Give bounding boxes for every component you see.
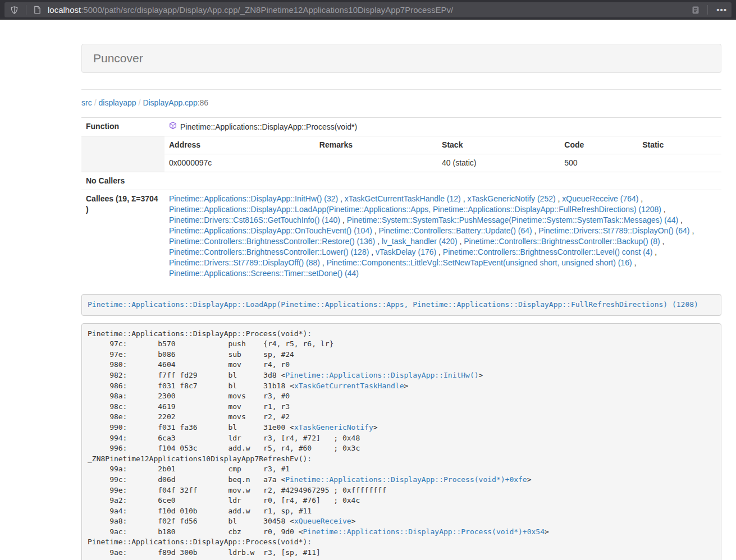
callee-link[interactable]: Pinetime::Controllers::BrightnessControl… bbox=[443, 247, 652, 256]
breadcrumb-link-displayapp[interactable]: displayapp bbox=[99, 98, 136, 107]
function-label: Function bbox=[81, 118, 164, 136]
url-path: :5000/path/src/displayapp/DisplayApp.cpp… bbox=[81, 5, 453, 15]
function-row: Function Pinetime::Applications::Display… bbox=[81, 118, 721, 136]
metrics-data-row: 0x0000097c 40 (static) 500 bbox=[164, 154, 721, 172]
no-callers-row: No Callers bbox=[81, 172, 721, 190]
callee-link[interactable]: vTaskDelay (176) bbox=[376, 247, 436, 256]
callees-list: Pinetime::Applications::DisplayApp::Init… bbox=[164, 190, 721, 283]
column-header-address: Address bbox=[164, 136, 315, 154]
code-symbol-link[interactable]: Pinetime::Applications::DisplayApp::Init… bbox=[285, 371, 478, 379]
package-icon bbox=[169, 121, 177, 132]
callee-link[interactable]: Pinetime::Applications::DisplayApp::OnTo… bbox=[169, 226, 372, 235]
browser-toolbar: localhost:5000/path/src/displayapp/Displ… bbox=[0, 0, 736, 20]
callee-link[interactable]: Pinetime::Applications::DisplayApp::Init… bbox=[169, 194, 338, 203]
stack-value: 40 (static) bbox=[437, 154, 560, 172]
code-symbol-link[interactable]: xTaskGenericNotify bbox=[294, 423, 373, 432]
url-host: localhost bbox=[48, 5, 81, 15]
no-callers-label: No Callers bbox=[81, 172, 164, 190]
metrics-row-spacer bbox=[81, 136, 164, 172]
callee-link[interactable]: Pinetime::Controllers::Battery::Update()… bbox=[379, 226, 532, 235]
callee-link[interactable]: Pinetime::Drivers::St7789::DisplayOff() … bbox=[169, 258, 320, 267]
divider bbox=[26, 5, 26, 15]
code-symbol-link[interactable]: xTaskGetCurrentTaskHandle bbox=[294, 382, 404, 390]
column-header-remarks: Remarks bbox=[315, 136, 437, 154]
metrics-table: Address Remarks Stack Code Static 0x0000… bbox=[164, 136, 721, 172]
code-value: 500 bbox=[560, 154, 638, 172]
callee-link[interactable]: Pinetime::Applications::DisplayApp::Load… bbox=[169, 205, 661, 214]
url-text[interactable]: localhost:5000/path/src/displayapp/Displ… bbox=[48, 5, 688, 15]
code-symbol-link[interactable]: Pinetime::Applications::DisplayApp::Proc… bbox=[285, 475, 527, 484]
symbol-table: Function Pinetime::Applications::Display… bbox=[81, 117, 721, 282]
remarks-value bbox=[315, 154, 437, 172]
callee-link[interactable]: Pinetime::Drivers::St7789::DisplayOn() (… bbox=[538, 226, 689, 235]
address-value: 0x0000097c bbox=[164, 154, 315, 172]
callee-link[interactable]: Pinetime::Controllers::BrightnessControl… bbox=[464, 237, 660, 246]
tracking-shield-icon[interactable] bbox=[4, 6, 22, 15]
callee-link[interactable]: Pinetime::Applications::Screens::Timer::… bbox=[169, 269, 359, 278]
callee-link[interactable]: Pinetime::System::SystemTask::PushMessag… bbox=[347, 215, 679, 224]
breadcrumb-separator: / bbox=[136, 98, 143, 107]
callee-link[interactable]: Pinetime::Drivers::Cst816S::GetTouchInfo… bbox=[169, 215, 340, 224]
static-value bbox=[638, 154, 721, 172]
breadcrumb-separator: / bbox=[92, 98, 99, 107]
callee-link[interactable]: Pinetime::Controllers::BrightnessControl… bbox=[169, 247, 369, 256]
callees-label: Callees (19, Σ=3704 ) bbox=[81, 190, 164, 283]
disassembly-block: Pinetime::Applications::DisplayApp::Proc… bbox=[81, 323, 721, 560]
url-bar[interactable]: localhost:5000/path/src/displayapp/Displ… bbox=[4, 2, 732, 17]
metrics-row: Address Remarks Stack Code Static 0x0000… bbox=[81, 136, 721, 172]
callee-link[interactable]: lv_task_handler (420) bbox=[382, 237, 458, 246]
code-symbol-link[interactable]: Pinetime::Applications::DisplayApp::Proc… bbox=[303, 527, 545, 536]
callee-link[interactable]: xTaskGetCurrentTaskHandle (12) bbox=[345, 194, 461, 203]
highlighted-symbol-link[interactable]: Pinetime::Applications::DisplayApp::Load… bbox=[88, 300, 698, 309]
callee-link[interactable]: Pinetime::Controllers::BrightnessControl… bbox=[169, 237, 375, 246]
breadcrumb-link-file[interactable]: DisplayApp.cpp bbox=[143, 98, 197, 107]
breadcrumb-line-number: :86 bbox=[198, 98, 208, 107]
callee-link[interactable]: xQueueReceive (764) bbox=[562, 194, 638, 203]
callee-link[interactable]: xTaskGenericNotify (252) bbox=[467, 194, 555, 203]
divider-rule bbox=[81, 89, 721, 90]
callees-row: Callees (19, Σ=3704 ) Pinetime::Applicat… bbox=[81, 190, 721, 283]
function-name: Pinetime::Applications::DisplayApp::Proc… bbox=[180, 122, 357, 132]
page-identity-icon[interactable] bbox=[30, 6, 44, 14]
callee-link[interactable]: Pinetime::Components::LittleVgl::SetNewT… bbox=[327, 258, 632, 267]
column-header-static: Static bbox=[638, 136, 721, 154]
column-header-code: Code bbox=[560, 136, 638, 154]
breadcrumb-link-src[interactable]: src bbox=[81, 98, 92, 107]
column-header-stack: Stack bbox=[437, 136, 560, 154]
page-container: Puncover src/displayapp/DisplayApp.cpp:8… bbox=[81, 20, 721, 560]
menu-button[interactable]: ••• bbox=[712, 5, 732, 15]
page-title: Puncover bbox=[93, 52, 710, 65]
code-symbol-link[interactable]: xQueueReceive bbox=[294, 517, 351, 525]
reader-mode-button[interactable] bbox=[688, 6, 703, 15]
breadcrumb: src/displayapp/DisplayApp.cpp:86 bbox=[81, 97, 721, 108]
app-header: Puncover bbox=[81, 44, 721, 73]
divider bbox=[707, 5, 708, 15]
disassembly-code: Pinetime::Applications::DisplayApp::Proc… bbox=[88, 329, 549, 560]
highlighted-symbol-box: Pinetime::Applications::DisplayApp::Load… bbox=[81, 294, 721, 316]
